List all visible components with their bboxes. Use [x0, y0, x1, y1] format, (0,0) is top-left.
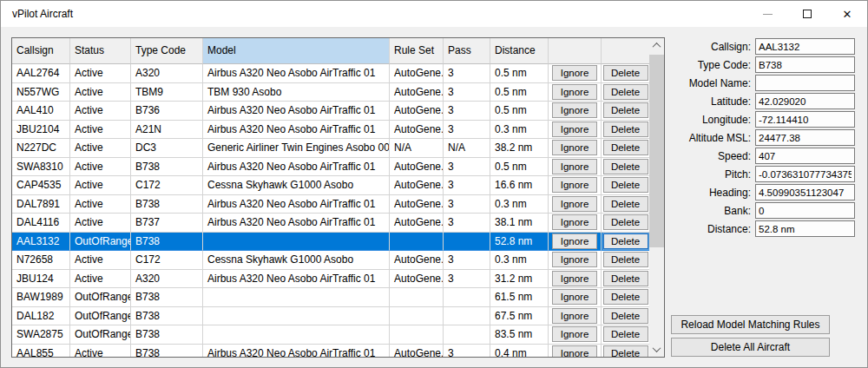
- table-row[interactable]: JBU124 Active A320 Airbus A320 Neo Asobo…: [12, 270, 649, 289]
- column-header-distance[interactable]: Distance: [490, 38, 549, 64]
- ignore-cell: Ignore: [549, 233, 602, 252]
- delete-button[interactable]: Delete: [603, 102, 648, 118]
- pass-cell: 3: [444, 158, 490, 177]
- detail-field-label: Longitude:: [669, 114, 755, 126]
- detail-field-input[interactable]: [755, 202, 855, 219]
- pass-cell: 3: [444, 214, 490, 233]
- table-row[interactable]: AAL3132 OutOfRange B738 52.8 nm Ignore D…: [12, 233, 649, 252]
- close-button[interactable]: ✕: [827, 1, 867, 27]
- delete-button[interactable]: Delete: [603, 177, 648, 193]
- ignore-button[interactable]: Ignore: [552, 177, 597, 193]
- delete-button[interactable]: Delete: [603, 65, 648, 81]
- detail-field-input[interactable]: [755, 166, 855, 182]
- ignore-button[interactable]: Ignore: [552, 84, 597, 100]
- ignore-button[interactable]: Ignore: [552, 233, 597, 249]
- detail-field-input[interactable]: [755, 184, 855, 200]
- ignore-button[interactable]: Ignore: [552, 214, 597, 230]
- ignore-button[interactable]: Ignore: [552, 345, 597, 357]
- delete-all-aircraft-button[interactable]: Delete All Aircraft: [671, 338, 830, 357]
- delete-button[interactable]: Delete: [603, 196, 648, 212]
- delete-button[interactable]: Delete: [603, 345, 648, 357]
- status-cell: Active: [70, 158, 131, 177]
- detail-field-input[interactable]: [755, 38, 855, 55]
- ignore-button[interactable]: Ignore: [552, 140, 597, 155]
- detail-field-input[interactable]: [755, 129, 855, 146]
- scroll-up-button[interactable]: [649, 38, 664, 53]
- delete-button[interactable]: Delete: [603, 326, 648, 342]
- scroll-down-button[interactable]: [649, 342, 664, 357]
- table-row[interactable]: DAL182 OutOfRange B738 67.5 nm Ignore De…: [12, 307, 649, 326]
- table-row[interactable]: DAL7891 Active B738 Airbus A320 Neo Asob…: [12, 195, 649, 214]
- column-header-pass[interactable]: Pass: [444, 38, 490, 64]
- status-cell: OutOfRange: [70, 325, 131, 345]
- table-row[interactable]: CAP4535 Active C172 Cessna Skyhawk G1000…: [12, 176, 649, 195]
- pass-cell: 3: [444, 270, 490, 289]
- table-row[interactable]: N227DC Active DC3 Generic Airliner Twin …: [12, 139, 649, 158]
- scrollbar-track[interactable]: [649, 53, 664, 342]
- minimize-button[interactable]: [747, 1, 787, 27]
- delete-button[interactable]: Delete: [603, 159, 648, 174]
- delete-button[interactable]: Delete: [603, 289, 648, 305]
- rule-set-cell: AutoGene...: [390, 158, 444, 177]
- table-row[interactable]: SWA8310 Active B738 Airbus A320 Neo Asob…: [12, 158, 649, 177]
- table-row[interactable]: JBU2104 Active A21N Airbus A320 Neo Asob…: [12, 121, 649, 140]
- column-header-callsign[interactable]: Callsign: [12, 38, 70, 64]
- aircraft-table-main: Callsign Status Type Code Model Rule Set…: [12, 38, 649, 357]
- ignore-cell: Ignore: [549, 102, 602, 121]
- detail-field-input[interactable]: [755, 148, 855, 164]
- ignore-button[interactable]: Ignore: [552, 122, 597, 137]
- scrollbar-thumb[interactable]: [649, 55, 664, 247]
- detail-field-input[interactable]: [755, 75, 855, 91]
- column-header-rule-set[interactable]: Rule Set: [390, 38, 444, 64]
- reload-model-matching-rules-button[interactable]: Reload Model Matching Rules: [671, 315, 830, 334]
- detail-field-input[interactable]: [755, 111, 855, 128]
- table-row[interactable]: AAL410 Active B736 Airbus A320 Neo Asobo…: [12, 102, 649, 121]
- detail-field-input[interactable]: [755, 56, 855, 73]
- type-code-cell: B738: [131, 158, 203, 177]
- rule-set-cell: N/A: [390, 139, 444, 158]
- vertical-scrollbar[interactable]: [649, 38, 664, 357]
- ignore-button[interactable]: Ignore: [552, 252, 597, 267]
- delete-button[interactable]: Delete: [603, 252, 648, 267]
- ignore-button[interactable]: Ignore: [552, 65, 597, 81]
- ignore-cell: Ignore: [549, 158, 602, 177]
- delete-button[interactable]: Delete: [603, 233, 648, 249]
- ignore-button[interactable]: Ignore: [552, 159, 597, 174]
- column-header-model[interactable]: Model: [203, 38, 390, 64]
- pass-cell: 3: [444, 83, 490, 102]
- delete-button[interactable]: Delete: [603, 140, 648, 155]
- ignore-button[interactable]: Ignore: [552, 102, 597, 118]
- detail-field-label: Speed:: [669, 150, 755, 162]
- minimize-icon: [763, 14, 773, 15]
- maximize-button[interactable]: [787, 1, 827, 27]
- callsign-cell: JBU2104: [12, 121, 70, 140]
- column-header-ignore[interactable]: [549, 38, 602, 64]
- delete-button[interactable]: Delete: [603, 308, 648, 324]
- table-row[interactable]: N72658 Active C172 Cessna Skyhawk G1000 …: [12, 251, 649, 270]
- ignore-button[interactable]: Ignore: [552, 326, 597, 342]
- ignore-button[interactable]: Ignore: [552, 271, 597, 286]
- ignore-button[interactable]: Ignore: [552, 196, 597, 212]
- table-row[interactable]: N557WG Active TBM9 TBM 930 Asobo AutoGen…: [12, 83, 649, 102]
- delete-button[interactable]: Delete: [603, 84, 648, 100]
- column-header-type-code[interactable]: Type Code: [131, 38, 203, 64]
- delete-button[interactable]: Delete: [603, 122, 648, 137]
- table-row[interactable]: SWA2875 OutOfRange B738 83.5 nm Ignore D…: [12, 325, 649, 345]
- delete-button[interactable]: Delete: [603, 271, 648, 286]
- table-row[interactable]: BAW1989 OutOfRange B738 61.5 nm Ignore D…: [12, 288, 649, 307]
- delete-button[interactable]: Delete: [603, 214, 648, 230]
- table-row[interactable]: AAL855 Active B738 Airbus A320 Neo Asobo…: [12, 345, 649, 358]
- column-header-status[interactable]: Status: [70, 38, 131, 64]
- ignore-button[interactable]: Ignore: [552, 308, 597, 324]
- ignore-button[interactable]: Ignore: [552, 289, 597, 305]
- column-header-delete[interactable]: [602, 38, 649, 64]
- distance-cell: 0.3 nm: [490, 251, 549, 270]
- table-row[interactable]: DAL4116 Active B737 Airbus A320 Neo Asob…: [12, 214, 649, 233]
- detail-field-input[interactable]: [755, 220, 855, 237]
- detail-field-input[interactable]: [755, 93, 855, 109]
- distance-cell: 61.5 nm: [490, 288, 549, 307]
- status-cell: Active: [70, 139, 131, 158]
- rule-set-cell: AutoGene...: [390, 64, 444, 83]
- detail-field-label: Pitch:: [669, 168, 755, 181]
- table-row[interactable]: AAL2764 Active A320 Airbus A320 Neo Asob…: [12, 64, 649, 83]
